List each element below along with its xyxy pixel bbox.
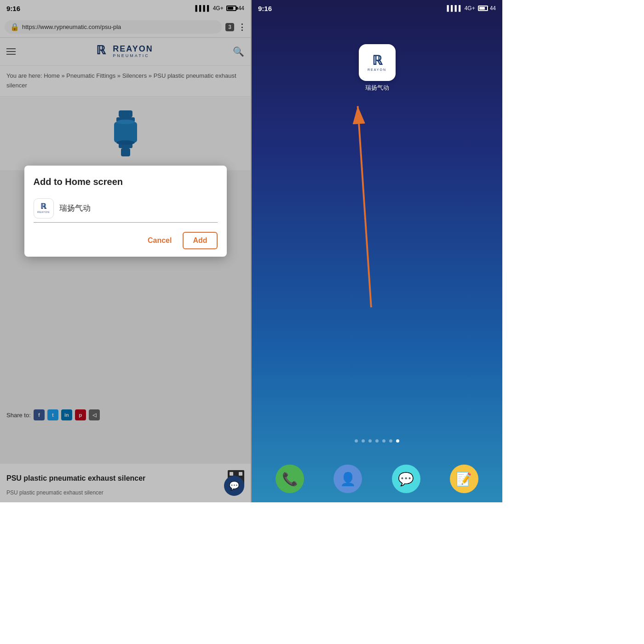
app-icon-label: 瑞扬气动 bbox=[365, 84, 389, 92]
app-tile-brand-sub: REAYON bbox=[368, 68, 386, 71]
status-icons-right: ▌▌▌▌ 4G+ 44 bbox=[447, 5, 496, 12]
dialog-brand-icon: ℝ bbox=[40, 203, 46, 210]
app-dock: 📞 👤 💬 📝 bbox=[261, 465, 493, 493]
page-dot-7 bbox=[396, 439, 399, 443]
dialog-actions: Cancel Add bbox=[34, 232, 218, 249]
dock-messages-icon[interactable]: 💬 bbox=[392, 465, 420, 493]
network-icon-right: 4G+ bbox=[465, 5, 475, 12]
dialog-app-icon: ℝ REAYON bbox=[34, 198, 54, 218]
app-tile-brand-icon: ℝ bbox=[372, 54, 382, 67]
cancel-button[interactable]: Cancel bbox=[140, 232, 179, 249]
dock-phone-icon[interactable]: 📞 bbox=[276, 465, 304, 493]
page-dot-4 bbox=[375, 439, 379, 443]
status-bar-right: 9:16 ▌▌▌▌ 4G+ 44 bbox=[252, 0, 502, 17]
page-dot-1 bbox=[355, 439, 358, 443]
add-button[interactable]: Add bbox=[183, 232, 217, 249]
page-dots bbox=[252, 439, 502, 443]
time-right: 9:16 bbox=[258, 5, 272, 12]
app-icon-home[interactable]: ℝ REAYON 瑞扬气动 bbox=[359, 44, 396, 92]
battery-icon-right bbox=[478, 6, 488, 11]
dialog-app-row: ℝ REAYON bbox=[34, 198, 218, 223]
chat-bubble-button[interactable]: 💬 bbox=[224, 476, 244, 496]
svg-line-9 bbox=[358, 106, 371, 308]
home-screen-panel: 9:16 ▌▌▌▌ 4G+ 44 ℝ REAYON 瑞扬气动 bbox=[252, 0, 502, 502]
battery-label-right: 44 bbox=[490, 5, 496, 12]
page-dot-6 bbox=[389, 439, 392, 443]
signal-icon-right: ▌▌▌▌ bbox=[447, 5, 463, 12]
dialog-title: Add to Home screen bbox=[34, 177, 218, 187]
add-to-home-dialog: Add to Home screen ℝ REAYON Cancel Add bbox=[24, 166, 227, 257]
dialog-brand-sub: REAYON bbox=[37, 211, 50, 213]
page-dot-5 bbox=[382, 439, 385, 443]
app-tile[interactable]: ℝ REAYON bbox=[359, 44, 396, 81]
page-dot-3 bbox=[368, 439, 372, 443]
browser-panel: 9:16 ▌▌▌▌ 4G+ 44 🔒 https://www.rypneumat… bbox=[0, 0, 251, 502]
dock-notes-icon[interactable]: 📝 bbox=[450, 465, 478, 493]
app-name-input[interactable] bbox=[59, 204, 218, 213]
dock-contacts-icon[interactable]: 👤 bbox=[334, 465, 362, 493]
page-dot-2 bbox=[362, 439, 365, 443]
home-content: ℝ REAYON 瑞扬气动 📞 👤 bbox=[252, 17, 502, 502]
